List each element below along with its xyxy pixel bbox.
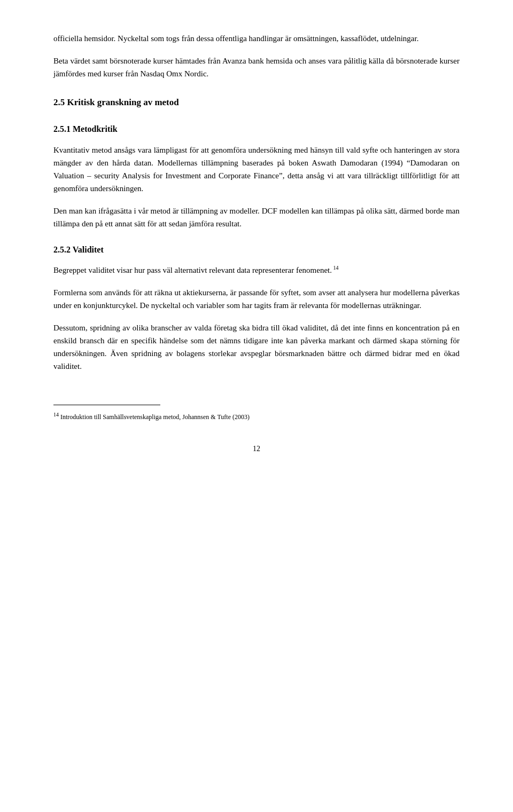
footnote-ref-14: 14 (332, 265, 339, 271)
sub-heading-2-5-1: 2.5.1 Metodkritik (53, 122, 460, 136)
paragraph-kvantitativ: Kvantitativ metod ansågs vara lämpligast… (53, 144, 460, 195)
page-content: officiella hemsidor. Nyckeltal som togs … (53, 32, 460, 455)
sub-heading-2-5-2: 2.5.2 Validitet (53, 243, 460, 257)
page-number: 12 (253, 445, 260, 453)
paragraph-beta: Beta värdet samt börsnoterade kurser häm… (53, 54, 460, 80)
section-heading-2-5: 2.5 Kritisk granskning av metod (53, 95, 460, 109)
page-number-container: 12 (53, 443, 460, 455)
footnote-divider (53, 405, 160, 405)
paragraph-formlerna: Formlerna som används för att räkna ut a… (53, 286, 460, 312)
footnote-number: 14 (53, 412, 59, 417)
paragraph-validitet-text: Begreppet validitet visar hur pass väl a… (53, 266, 332, 274)
footnote-14: 14 Introduktion till Samhällsvetenskapli… (53, 411, 460, 422)
paragraph-officiella: officiella hemsidor. Nyckeltal som togs … (53, 32, 460, 45)
paragraph-validitet-intro: Begreppet validitet visar hur pass väl a… (53, 264, 460, 277)
paragraph-dcf: Den man kan ifrågasätta i vår metod är t… (53, 204, 460, 230)
paragraph-dessutom: Dessutom, spridning av olika branscher a… (53, 321, 460, 373)
